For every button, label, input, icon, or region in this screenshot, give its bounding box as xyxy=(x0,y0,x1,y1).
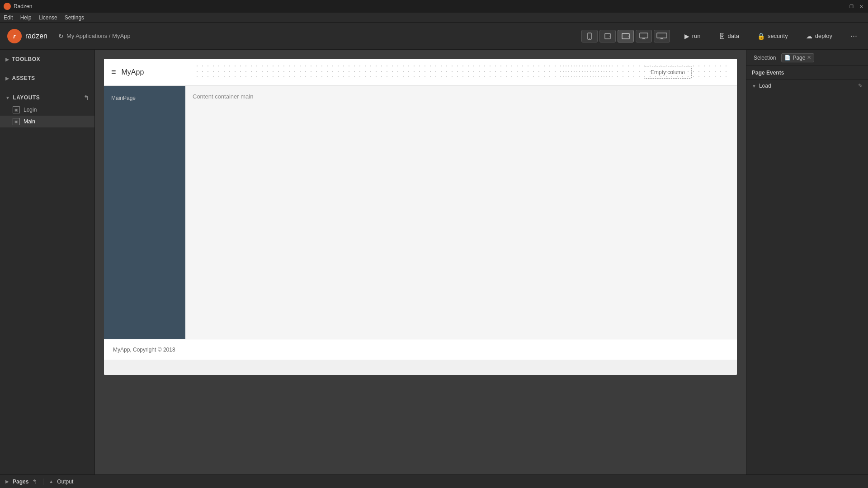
page-selector-label: Page xyxy=(793,55,805,61)
title-bar-left: Radzen xyxy=(4,3,32,10)
main-page-label: MainPage xyxy=(104,91,185,105)
run-label: run xyxy=(692,33,701,39)
pages-chevron: ▶ xyxy=(5,479,9,484)
selection-tab[interactable]: Selection xyxy=(750,53,779,63)
more-button[interactable]: ··· xyxy=(847,29,861,42)
login-page-icon: ▣ xyxy=(13,106,20,113)
toolbox-section: ▶ Toolbox xyxy=(0,50,94,69)
page-selector[interactable]: 📄 Page ✕ xyxy=(781,53,814,62)
logo-area: r radzen xyxy=(7,29,47,43)
logo-text: radzen xyxy=(25,32,47,40)
menu-license[interactable]: License xyxy=(38,14,57,21)
empty-column-button[interactable]: Empty column xyxy=(644,66,692,79)
login-label: Login xyxy=(24,107,37,113)
svg-point-3 xyxy=(609,36,610,37)
mobile-device-btn[interactable] xyxy=(581,30,598,42)
layouts-header[interactable]: ▼ Layouts ↰ xyxy=(0,91,94,104)
main-label: Main xyxy=(24,118,35,125)
pages-add-button[interactable]: ↰ xyxy=(32,478,38,485)
app-footer: MyApp, Copyright © 2018 xyxy=(104,339,737,360)
assets-label: Assets xyxy=(12,75,35,81)
toolbox-label: Toolbox xyxy=(12,56,41,62)
content-label: Content container main xyxy=(193,93,253,100)
restore-button[interactable]: ❐ xyxy=(848,3,854,9)
load-event-label: Load xyxy=(759,83,771,89)
tablet-device-btn[interactable] xyxy=(618,30,634,42)
deploy-button[interactable]: ☁ deploy xyxy=(802,31,836,42)
svg-rect-8 xyxy=(642,39,646,39)
hamburger-icon[interactable]: ≡ xyxy=(111,67,116,77)
svg-rect-2 xyxy=(605,33,610,39)
security-button[interactable]: 🔒 security xyxy=(754,31,792,42)
menu-edit[interactable]: Edit xyxy=(4,14,13,21)
main-toolbar: r radzen ↻ My Applications / MyApp xyxy=(0,23,868,50)
canvas-area[interactable]: ≡ MyApp Empty column MainPage Content co… xyxy=(95,50,746,474)
layouts-add-button[interactable]: ↰ xyxy=(84,94,90,101)
sidebar-item-main[interactable]: ▣ Main xyxy=(0,116,94,127)
right-panel-tabs: Selection 📄 Page ✕ xyxy=(746,50,868,66)
svg-rect-4 xyxy=(622,33,629,39)
output-label: Output xyxy=(57,479,73,485)
output-chevron: ▲ xyxy=(49,479,53,484)
pages-label: Pages xyxy=(13,479,28,485)
app-content-area: Content container main xyxy=(185,86,737,339)
sidebar-item-login[interactable]: ▣ Login xyxy=(0,104,94,116)
menu-settings[interactable]: Settings xyxy=(65,14,84,21)
assets-chevron: ▶ xyxy=(5,76,9,81)
pages-section: ▶ Pages ↰ xyxy=(5,478,38,485)
minimize-button[interactable]: — xyxy=(838,3,844,9)
svg-rect-6 xyxy=(640,33,648,38)
deploy-icon: ☁ xyxy=(806,33,812,40)
radzen-logo: r xyxy=(7,29,22,43)
canvas-frame: ≡ MyApp Empty column MainPage Content co… xyxy=(104,59,737,375)
toolbox-header[interactable]: ▶ Toolbox xyxy=(0,53,94,65)
menu-help[interactable]: Help xyxy=(20,14,32,21)
security-label: security xyxy=(768,33,788,39)
data-icon: 🗄 xyxy=(719,33,725,40)
close-button[interactable]: ✕ xyxy=(858,3,864,9)
app-body: MainPage Content container main xyxy=(104,86,737,339)
assets-header-left: ▶ Assets xyxy=(5,75,35,81)
toolbox-header-left: ▶ Toolbox xyxy=(5,56,40,62)
layouts-section: ▼ Layouts ↰ ▣ Login ▣ Main xyxy=(0,88,94,131)
app-sidebar-panel: MainPage xyxy=(104,86,185,339)
layouts-chevron: ▼ xyxy=(5,95,10,100)
copyright-text: MyApp, Copyright © 2018 xyxy=(113,347,175,353)
desktop-sm-device-btn[interactable] xyxy=(636,30,652,42)
assets-header[interactable]: ▶ Assets xyxy=(0,72,94,84)
main-page-icon: ▣ xyxy=(13,118,20,125)
title-bar: Radzen — ❐ ✕ xyxy=(0,0,868,13)
deploy-label: deploy xyxy=(815,33,832,39)
page-file-icon: 📄 xyxy=(784,55,791,61)
device-buttons xyxy=(581,30,670,42)
run-icon: ▶ xyxy=(684,33,689,40)
title-text: Radzen xyxy=(14,3,32,9)
svg-point-5 xyxy=(628,36,629,37)
desktop-device-btn[interactable] xyxy=(654,30,670,42)
window-controls: — ❐ ✕ xyxy=(838,3,864,9)
bottom-bar: ▶ Pages ↰ ▲ Output xyxy=(0,474,868,488)
layouts-label: Layouts xyxy=(13,94,40,101)
layouts-header-left: ▼ Layouts xyxy=(5,94,40,101)
run-button[interactable]: ▶ run xyxy=(681,31,704,42)
data-label: data xyxy=(728,33,739,39)
logo-initial: r xyxy=(13,33,15,40)
right-panel: Selection 📄 Page ✕ Page Events ▼ Load ✎ xyxy=(746,50,868,474)
load-chevron-icon: ▼ xyxy=(752,84,756,89)
svg-rect-11 xyxy=(659,39,665,39)
breadcrumb: ↻ My Applications / MyApp xyxy=(58,33,131,40)
page-events-header: Page Events xyxy=(746,66,868,80)
edit-event-button[interactable]: ✎ xyxy=(858,83,863,89)
data-button[interactable]: 🗄 data xyxy=(715,31,743,42)
toolbox-chevron: ▶ xyxy=(5,57,9,62)
lock-icon: 🔒 xyxy=(757,33,765,40)
breadcrumb-icon: ↻ xyxy=(58,33,64,40)
dotted-drop-zone-left[interactable] xyxy=(194,63,610,81)
svg-point-1 xyxy=(589,38,590,39)
toolbar-actions: ▶ run 🗄 data 🔒 security ☁ deploy ··· xyxy=(581,29,861,42)
close-page-button[interactable]: ✕ xyxy=(807,55,811,61)
breadcrumb-text[interactable]: My Applications / MyApp xyxy=(66,33,131,39)
load-event-row[interactable]: ▼ Load ✎ xyxy=(746,80,868,92)
tablet-sm-device-btn[interactable] xyxy=(599,30,616,42)
main-layout: ▶ Toolbox ▶ Assets ▼ Layouts ↰ xyxy=(0,50,868,474)
